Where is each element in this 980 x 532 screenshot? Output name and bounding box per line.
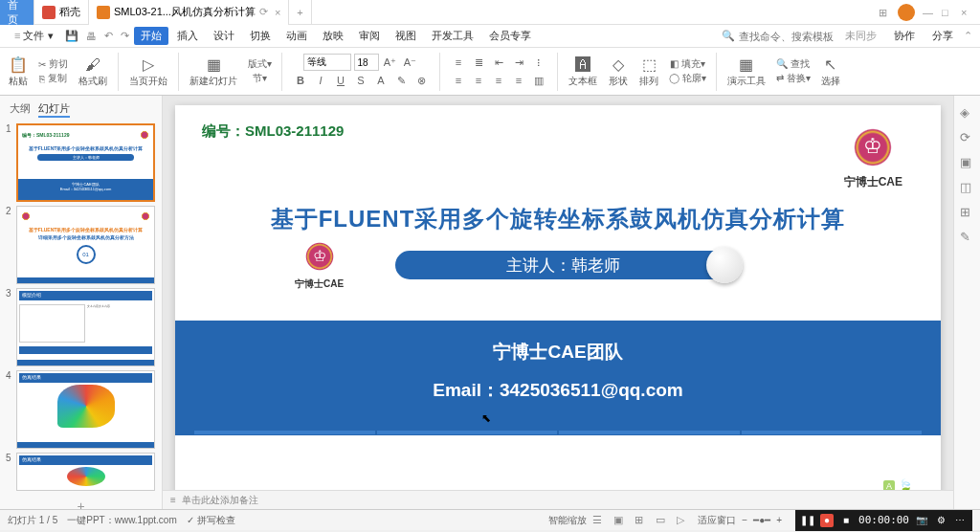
close-icon[interactable]: ×	[961, 7, 972, 18]
indent-left-icon[interactable]: ⇤	[490, 54, 507, 71]
menu-start[interactable]: 开始	[134, 27, 168, 45]
thumb-4[interactable]: 仿真结果	[16, 370, 155, 449]
reading-view-icon[interactable]: ▭	[656, 514, 671, 527]
cut-icon[interactable]: ✂	[38, 59, 46, 70]
shrink-font-icon[interactable]: A⁻	[402, 54, 419, 71]
tools-button[interactable]: ▦演示工具	[724, 54, 768, 90]
rec-record-icon[interactable]: ●	[820, 514, 834, 527]
menu-trans[interactable]: 切换	[243, 27, 278, 45]
notes-view-icon[interactable]: ☰	[592, 514, 608, 527]
justify-icon[interactable]: ≡	[510, 72, 527, 89]
select-button[interactable]: ↖选择	[818, 54, 843, 90]
copy-icon[interactable]: ⎘	[39, 74, 45, 84]
print-icon[interactable]: 🖶	[83, 31, 100, 42]
rec-pause-icon[interactable]: ❚❚	[801, 514, 814, 527]
menu-dev[interactable]: 开发工具	[425, 27, 480, 45]
play-button[interactable]: ▷当页开始	[126, 54, 170, 90]
size-select[interactable]	[354, 54, 379, 71]
rt-prop-icon[interactable]: ⊞	[960, 205, 975, 220]
collapse-ribbon-icon[interactable]: ⌃	[964, 30, 972, 42]
share-button[interactable]: 分享	[925, 27, 960, 45]
font-select[interactable]	[303, 54, 351, 71]
fill-dropdown[interactable]: ◧ 填充▾	[670, 57, 705, 71]
indent-right-icon[interactable]: ⇥	[510, 54, 527, 71]
textbox-button[interactable]: 🅰文本框	[566, 54, 600, 90]
menu-insert[interactable]: 插入	[170, 27, 205, 45]
slides-tab[interactable]: 幻灯片	[38, 101, 70, 118]
menu-slide[interactable]: 放映	[316, 27, 350, 45]
zoom-label[interactable]: 智能缩放	[548, 514, 587, 527]
brush-button[interactable]: 🖌格式刷	[76, 54, 110, 90]
rt-tool-icon[interactable]: ✎	[960, 230, 975, 245]
strike-icon[interactable]: S	[352, 72, 369, 89]
menu-review[interactable]: 审阅	[352, 27, 387, 45]
slideshow-icon[interactable]: ▷	[677, 514, 692, 527]
tabs-icon[interactable]: ⊞	[879, 7, 890, 18]
underline-icon[interactable]: U	[332, 72, 349, 89]
thumb-3[interactable]: 模型介绍 文本内容文本内容	[16, 288, 155, 366]
zoom-slider[interactable]: ━●━	[753, 515, 770, 525]
tab-home[interactable]: 首页	[0, 0, 34, 25]
slide-canvas[interactable]: 编号：SML03-211129 宁博士CAE 基于FLUENT采用多个旋转坐标系…	[175, 105, 941, 490]
menu-view[interactable]: 视图	[389, 27, 423, 45]
grow-font-icon[interactable]: A⁺	[382, 54, 399, 71]
close-tab-icon[interactable]: ×	[275, 7, 280, 18]
outline-tab[interactable]: 大纲	[10, 101, 31, 118]
arrange-button[interactable]: ⬚排列	[636, 54, 661, 90]
add-slide-button[interactable]: +	[4, 495, 158, 509]
align-left-icon[interactable]: ≡	[450, 72, 467, 89]
menu-file[interactable]: ≡ 文件 ▾	[8, 27, 60, 45]
tab-file[interactable]: SML03-21...风机仿真分析计算⟳×	[89, 0, 289, 25]
menu-anim[interactable]: 动画	[279, 27, 314, 45]
bullets-icon[interactable]: ≡	[450, 54, 467, 71]
spellcheck-button[interactable]: ✓ 拼写检查	[187, 514, 235, 527]
fit-button[interactable]: 适应窗口	[698, 514, 736, 527]
menu-design[interactable]: 设计	[207, 27, 241, 45]
rec-more-icon[interactable]: ⋯	[953, 514, 967, 527]
thumb-2[interactable]: 基于FLUENT采用多个旋转坐标系鼓风机仿真分析计算 详细采用多个旋转坐标系鼓风…	[16, 206, 155, 284]
zoom-out-icon[interactable]: −	[742, 515, 747, 525]
fontcolor-icon[interactable]: A	[372, 72, 390, 89]
paste-button[interactable]: 📋粘贴	[6, 54, 31, 90]
replace-button[interactable]: ⇄ 替换▾	[776, 72, 811, 85]
notes-icon[interactable]: ≡	[170, 495, 176, 505]
newslide-button[interactable]: ▦新建幻灯片	[187, 54, 240, 90]
rt-slide-icon[interactable]: ▣	[960, 155, 975, 170]
zoom-in-icon[interactable]: +	[776, 515, 782, 525]
leaf-widget[interactable]: A🍃	[883, 477, 931, 490]
rt-style-icon[interactable]: ◈	[960, 105, 975, 121]
align-center-icon[interactable]: ≡	[470, 72, 487, 89]
rt-anim-icon[interactable]: ⟳	[960, 130, 975, 145]
save-icon[interactable]: 💾	[62, 30, 81, 42]
bold-icon[interactable]: B	[292, 72, 309, 89]
sorter-view-icon[interactable]: ⊞	[635, 514, 650, 527]
tab-new[interactable]: +	[289, 0, 311, 25]
numbers-icon[interactable]: ≣	[470, 54, 487, 71]
thumb-5[interactable]: 仿真结果	[16, 453, 155, 491]
search-input[interactable]	[739, 31, 835, 42]
normal-view-icon[interactable]: ▣	[613, 514, 629, 527]
rec-set-icon[interactable]: ⚙	[934, 514, 947, 527]
layout-dropdown[interactable]: 版式▾	[248, 57, 272, 71]
sync-status[interactable]: 未同步	[838, 27, 883, 45]
rec-cam-icon[interactable]: 📷	[915, 514, 928, 527]
linespace-icon[interactable]: ⫶	[530, 54, 547, 71]
tab-docs[interactable]: 稻壳	[34, 0, 89, 25]
minimize-icon[interactable]: —	[923, 7, 934, 18]
shape-button[interactable]: ◇形状	[606, 54, 631, 90]
outline-dropdown[interactable]: ◯ 轮廓▾	[669, 72, 706, 85]
thumb-1[interactable]: 编号：SML03-211129 基于FLUENT采用多个旋转坐标系鼓风机仿真分析…	[16, 123, 155, 202]
align-right-icon[interactable]: ≡	[490, 72, 507, 89]
highlight-icon[interactable]: ✎	[392, 72, 410, 89]
redo-icon[interactable]: ↷	[118, 30, 132, 42]
rec-stop-icon[interactable]: ■	[839, 514, 853, 527]
notes-placeholder[interactable]: 单击此处添加备注	[182, 494, 258, 507]
refresh-icon[interactable]: ⟳	[259, 6, 268, 18]
menu-member[interactable]: 会员专享	[482, 27, 538, 45]
clear-icon[interactable]: ⊗	[412, 72, 430, 89]
rt-layer-icon[interactable]: ◫	[960, 180, 975, 195]
coop-button[interactable]: 协作	[887, 27, 922, 45]
avatar[interactable]	[898, 4, 915, 21]
italic-icon[interactable]: I	[312, 72, 329, 89]
undo-icon[interactable]: ↶	[101, 30, 116, 42]
